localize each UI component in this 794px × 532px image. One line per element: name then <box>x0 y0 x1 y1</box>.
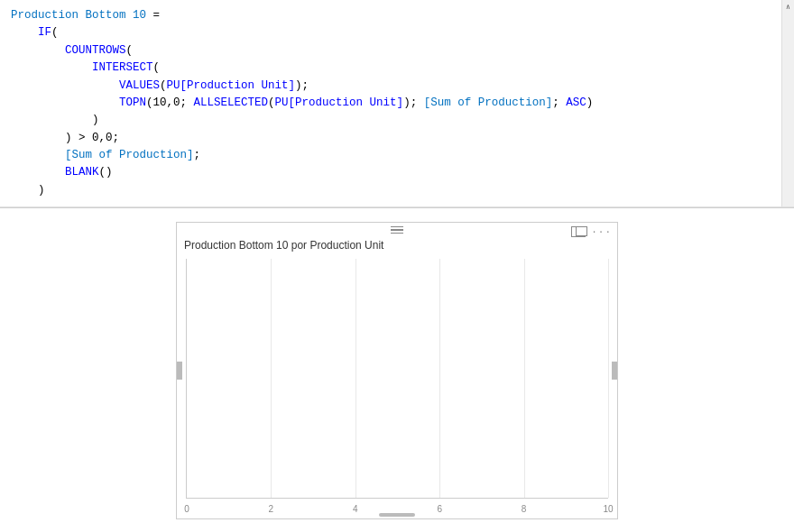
resize-handle-right[interactable] <box>612 362 617 380</box>
x-label-6: 6 <box>437 504 442 514</box>
editor-scrollbar[interactable]: ∧ <box>781 0 794 206</box>
expand-icon[interactable] <box>571 226 586 237</box>
scroll-track[interactable] <box>782 13 794 206</box>
x-label-10: 10 <box>603 504 613 514</box>
code-content: Production Bottom 10 = IF( COUNTROWS( IN… <box>11 7 783 199</box>
gridline-v-3 <box>439 259 440 498</box>
chart-horizontal-scrollbar[interactable] <box>379 513 415 517</box>
chart-container: ··· Production Bottom 10 por Production … <box>176 222 618 519</box>
chart-gridlines: 0 2 4 6 8 10 <box>187 259 608 498</box>
chart-title: Production Bottom 10 por Production Unit <box>184 239 383 252</box>
toolbar-line-1 <box>391 226 403 228</box>
x-label-4: 4 <box>353 504 358 514</box>
resize-handle-left[interactable] <box>177 362 182 380</box>
more-options-button[interactable]: ··· <box>591 226 612 237</box>
gridline-v-1 <box>271 259 272 498</box>
gridline-v-4 <box>524 259 525 498</box>
toolbar-line-2 <box>391 229 403 231</box>
x-label-0: 0 <box>184 504 189 514</box>
toolbar-line-3 <box>391 233 403 234</box>
x-label-2: 2 <box>269 504 274 514</box>
gridline-v-2 <box>355 259 356 498</box>
chart-body: 0 2 4 6 8 10 <box>186 259 608 499</box>
filter-icon[interactable] <box>391 226 403 234</box>
chart-top-right: ··· <box>571 226 612 237</box>
scroll-up-button[interactable]: ∧ <box>782 0 795 13</box>
x-label-8: 8 <box>522 504 527 514</box>
chart-toolbar[interactable] <box>391 226 403 234</box>
chart-area: ··· Production Bottom 10 por Production … <box>0 208 794 532</box>
code-editor: Production Bottom 10 = IF( COUNTROWS( IN… <box>0 0 794 207</box>
gridline-v-5 <box>608 259 609 498</box>
